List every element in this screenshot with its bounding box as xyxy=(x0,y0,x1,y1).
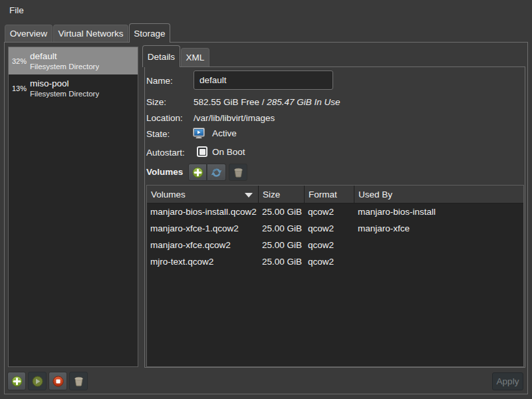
column-header-used-by[interactable]: Used By xyxy=(354,186,523,203)
tab-virtual-networks[interactable]: Virtual Networks xyxy=(53,25,128,42)
volume-name-cell: mjro-text.qcow2 xyxy=(147,253,259,270)
pool-delete-button[interactable] xyxy=(69,372,88,390)
pool-add-button[interactable] xyxy=(7,372,26,390)
autostart-label: Autostart: xyxy=(146,148,185,158)
volumes-table: Volumes Size Format Used By manjaro-bios… xyxy=(146,185,524,367)
pool-type: Filesystem Directory xyxy=(30,89,99,98)
stop-icon xyxy=(53,376,64,387)
state-label: State: xyxy=(146,129,170,139)
refresh-icon xyxy=(211,167,222,178)
location-value: /var/lib/libvirt/images xyxy=(194,113,275,123)
volumes-section-label: Volumes xyxy=(146,167,183,177)
delete-icon xyxy=(233,167,244,178)
menubar: File xyxy=(0,0,532,20)
pool-name: miso-pool xyxy=(30,78,99,89)
pool-start-button[interactable] xyxy=(28,372,47,390)
size-value: 582.55 GiB Free / 285.47 GiB In Use xyxy=(194,97,340,107)
storage-pool-list: 32% default Filesystem Directory 13% mis… xyxy=(8,47,138,367)
pool-type: Filesystem Directory xyxy=(30,62,99,71)
name-label: Name: xyxy=(146,76,173,86)
pool-name-input[interactable] xyxy=(194,70,333,90)
apply-button[interactable]: Apply xyxy=(492,372,523,390)
volume-row[interactable]: mjro-text.qcow2 25.00 GiB qcow2 xyxy=(147,253,523,270)
column-header-label: Used By xyxy=(358,190,392,200)
pool-usage-percent: 13% xyxy=(12,84,30,92)
menu-file[interactable]: File xyxy=(3,1,30,19)
start-icon xyxy=(32,376,43,387)
volume-used-by-cell xyxy=(354,237,523,253)
volumes-table-header: Volumes Size Format Used By xyxy=(147,186,523,203)
column-header-label: Size xyxy=(263,190,280,200)
column-header-volumes[interactable]: Volumes xyxy=(147,186,259,203)
pool-item-default[interactable]: 32% default Filesystem Directory xyxy=(9,47,138,74)
column-header-label: Format xyxy=(309,190,337,200)
delete-icon xyxy=(73,376,84,387)
location-label: Location: xyxy=(146,113,183,123)
add-icon xyxy=(11,376,23,387)
volume-delete-button[interactable] xyxy=(229,164,247,181)
volume-refresh-button[interactable] xyxy=(207,164,226,181)
volume-format-cell: qcow2 xyxy=(305,237,354,253)
size-free: 582.55 GiB Free / xyxy=(194,97,267,107)
size-used: 285.47 GiB In Use xyxy=(267,97,340,107)
volume-size-cell: 25.00 GiB xyxy=(259,253,305,270)
tab-xml[interactable]: XML xyxy=(181,48,209,66)
volume-used-by-cell xyxy=(354,253,523,270)
volume-size-cell: 25.00 GiB xyxy=(259,203,305,220)
volume-row[interactable]: manjaro-bios-install.qcow2 25.00 GiB qco… xyxy=(147,203,523,220)
volume-size-cell: 25.00 GiB xyxy=(259,220,305,237)
volume-format-cell: qcow2 xyxy=(305,220,354,237)
volume-used-by-cell: manjaro-bios-install xyxy=(354,203,523,220)
tab-details[interactable]: Details xyxy=(142,45,180,67)
volume-name-cell: manjaro-xfce-1.qcow2 xyxy=(147,220,259,237)
autostart-row: On Boot xyxy=(197,146,245,157)
vm-running-icon xyxy=(193,128,205,139)
volume-add-button[interactable] xyxy=(188,164,207,181)
sort-descending-icon xyxy=(245,193,253,198)
volume-used-by-cell: manjaro-xfce xyxy=(354,220,523,237)
volume-row[interactable]: manjaro-xfce.qcow2 25.00 GiB qcow2 xyxy=(147,237,523,253)
autostart-value: On Boot xyxy=(212,147,245,157)
volume-row[interactable]: manjaro-xfce-1.qcow2 25.00 GiB qcow2 man… xyxy=(147,220,523,237)
volume-format-cell: qcow2 xyxy=(305,203,354,220)
state-value: Active xyxy=(212,128,237,138)
volume-name-cell: manjaro-bios-install.qcow2 xyxy=(147,203,259,220)
pool-usage-percent: 32% xyxy=(12,57,30,65)
pool-item-miso-pool[interactable]: 13% miso-pool Filesystem Directory xyxy=(9,74,138,102)
column-header-label: Volumes xyxy=(151,190,186,200)
pool-name: default xyxy=(30,51,99,62)
tab-storage[interactable]: Storage xyxy=(129,23,170,43)
autostart-checkbox[interactable] xyxy=(197,146,207,157)
pool-stop-button[interactable] xyxy=(49,372,67,390)
size-label: Size: xyxy=(146,97,166,107)
volume-size-cell: 25.00 GiB xyxy=(259,237,305,253)
add-icon xyxy=(192,167,203,178)
volume-format-cell: qcow2 xyxy=(305,253,354,270)
column-header-format[interactable]: Format xyxy=(305,186,354,203)
state-value-row: Active xyxy=(193,128,237,139)
column-header-size[interactable]: Size xyxy=(259,186,305,203)
tab-overview[interactable]: Overview xyxy=(5,25,53,42)
volume-name-cell: manjaro-xfce.qcow2 xyxy=(147,237,259,253)
